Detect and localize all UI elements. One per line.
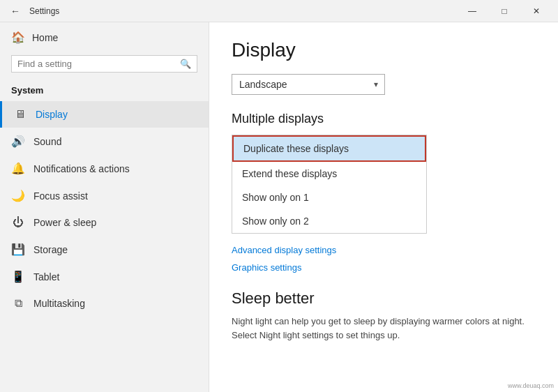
content-area: Display Landscape Portrait Landscape (fl… [209,22,558,392]
search-input[interactable] [17,59,180,69]
duplicate-displays-option[interactable]: Duplicate these displays [232,135,426,162]
display-icon: 🖥 [13,108,27,121]
sidebar-item-display[interactable]: 🖥 Display [0,101,209,128]
tablet-icon: 📱 [11,270,25,283]
sidebar-item-focus[interactable]: 🌙 Focus assist [0,182,209,209]
sidebar-item-notifications-label: Notifications & actions [33,163,130,174]
power-icon: ⏻ [11,216,25,229]
home-icon: 🏠 [11,31,25,44]
sidebar-item-display-label: Display [36,109,68,120]
sidebar-item-storage[interactable]: 💾 Storage [0,236,209,263]
sidebar-item-tablet-label: Tablet [33,271,59,282]
sidebar-item-multitasking[interactable]: ⧉ Multitasking [0,290,209,317]
multiple-displays-dropdown: Duplicate these displays Extend these di… [232,135,427,234]
orientation-dropdown[interactable]: Landscape Portrait Landscape (flipped) P… [232,74,385,95]
sleep-description: Night light can help you get to sleep by… [232,315,525,342]
sidebar-item-tablet[interactable]: 📱 Tablet [0,263,209,290]
maximize-button[interactable]: □ [488,0,520,22]
sidebar-item-notifications[interactable]: 🔔 Notifications & actions [0,155,209,182]
close-button[interactable]: ✕ [520,0,552,22]
focus-icon: 🌙 [11,189,25,202]
multitasking-icon: ⧉ [11,297,25,310]
titlebar: ← Settings — □ ✕ [0,0,558,22]
sidebar-home-label: Home [32,32,58,43]
sidebar-item-power[interactable]: ⏻ Power & sleep [0,209,209,236]
orientation-dropdown-wrapper[interactable]: Landscape Portrait Landscape (flipped) P… [232,74,385,95]
sidebar-item-focus-label: Focus assist [33,190,88,202]
main-layout: 🏠 Home 🔍 System 🖥 Display 🔊 Sound 🔔 Noti… [0,22,558,392]
search-box[interactable]: 🔍 [11,55,197,73]
sidebar-section-title: System [0,81,209,101]
advanced-display-settings-link[interactable]: Advanced display settings [232,245,536,255]
back-button[interactable]: ← [6,1,25,21]
page-title: Display [232,39,536,61]
sidebar-item-multitasking-label: Multitasking [33,298,85,309]
sound-icon: 🔊 [11,135,25,148]
search-icon: 🔍 [180,59,191,69]
multiple-displays-title: Multiple displays [232,112,536,126]
minimize-button[interactable]: — [456,0,488,22]
sidebar-item-power-label: Power & sleep [33,217,96,228]
sidebar: 🏠 Home 🔍 System 🖥 Display 🔊 Sound 🔔 Noti… [0,22,209,392]
sidebar-item-storage-label: Storage [33,244,68,255]
sleep-section-title: Sleep better [232,289,536,308]
sidebar-item-sound[interactable]: 🔊 Sound [0,128,209,155]
show-only-1-option[interactable]: Show only on 1 [232,186,426,209]
graphics-settings-link[interactable]: Graphics settings [232,262,536,273]
notifications-icon: 🔔 [11,162,25,175]
sidebar-item-sound-label: Sound [33,136,61,147]
extend-displays-option[interactable]: Extend these displays [232,162,426,186]
titlebar-title: Settings [29,6,59,16]
window-controls: — □ ✕ [456,0,552,22]
watermark: www.deuaq.com [508,382,554,389]
storage-icon: 💾 [11,243,25,256]
show-only-2-option[interactable]: Show only on 2 [232,209,426,233]
sidebar-home[interactable]: 🏠 Home [0,22,209,52]
